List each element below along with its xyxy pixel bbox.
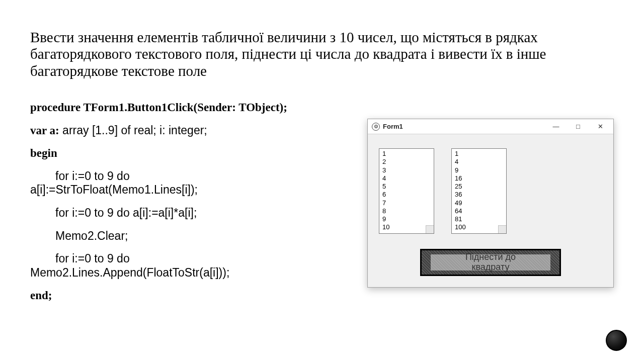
scroll-corner-icon <box>498 225 506 233</box>
memo-line: 10 <box>382 223 431 231</box>
code-line-begin: begin <box>30 147 57 159</box>
content-row: procedure TForm1.Button1Click(Sender: TO… <box>30 101 614 312</box>
memo-line: 9 <box>455 166 503 174</box>
memo-line: 49 <box>455 199 503 207</box>
memo-line: 64 <box>455 207 503 215</box>
code-line-for3b: Memo2.Lines.Append(FloatToStr(a[i])); <box>30 266 229 279</box>
window-titlebar: ⚙ Form1 — □ ✕ <box>368 119 613 134</box>
code-line-end: end; <box>30 289 52 302</box>
memo2-output[interactable]: 149162536496481100 <box>451 148 507 234</box>
memo-line: 81 <box>455 215 503 223</box>
memo-line: 9 <box>382 215 431 223</box>
code-line-1: procedure TForm1.Button1Click(Sender: TO… <box>30 101 287 114</box>
square-button[interactable]: Піднести до квадрату <box>420 249 561 276</box>
close-button[interactable]: ✕ <box>589 120 611 134</box>
code-line-2-var: var a: <box>30 124 59 137</box>
minimize-button[interactable]: — <box>545 120 567 134</box>
code-line-for2: for i:=0 to 9 do a[i]:=a[i]*a[i]; <box>55 206 197 219</box>
code-line-2-decl: array [1..9] of real; i: integer; <box>59 124 207 137</box>
code-block: procedure TForm1.Button1Click(Sender: TO… <box>30 101 343 312</box>
memo-line: 1 <box>382 150 431 158</box>
code-line-for1a: for i:=0 to 9 do <box>30 169 130 184</box>
maximize-button[interactable]: □ <box>567 120 589 134</box>
memo-line: 5 <box>382 183 431 191</box>
memo-line: 100 <box>455 223 503 231</box>
memo-line: 25 <box>455 183 503 191</box>
form-screenshot: ⚙ Form1 — □ ✕ 12345678910 14916253649648… <box>367 101 614 288</box>
scroll-corner-icon <box>426 225 434 233</box>
slide-title: Ввести значення елементів табличної вели… <box>30 29 589 79</box>
memo-line: 3 <box>382 166 431 174</box>
memo-line: 2 <box>382 158 431 166</box>
memo-line: 4 <box>455 158 503 166</box>
decorative-circle-icon <box>606 330 627 351</box>
memo-line: 7 <box>382 199 431 207</box>
code-line-for3a: for i:=0 to 9 do <box>30 252 130 266</box>
memo-line: 16 <box>455 174 503 183</box>
memo1-input[interactable]: 12345678910 <box>379 148 434 234</box>
memo-line: 1 <box>455 150 503 158</box>
memo-line: 6 <box>382 191 431 199</box>
code-line-for1b: a[i]:=StrToFloat(Memo1.Lines[i]); <box>30 183 198 196</box>
window-title: Form1 <box>383 123 545 130</box>
memo-line: 4 <box>382 174 431 183</box>
memo-line: 36 <box>455 191 503 199</box>
app-icon: ⚙ <box>372 123 380 131</box>
square-button-label: Піднести до квадрату <box>465 252 516 273</box>
form-window: ⚙ Form1 — □ ✕ 12345678910 14916253649648… <box>367 119 614 288</box>
memo-line: 8 <box>382 207 431 215</box>
code-line-clear: Memo2.Clear; <box>55 229 128 242</box>
